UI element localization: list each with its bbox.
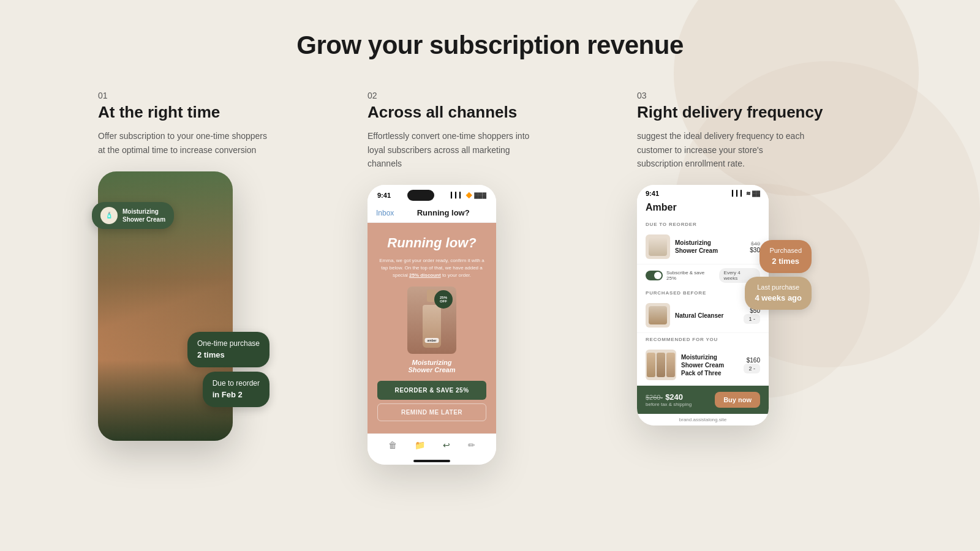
reorder-badge: Due to reorder in Feb 2 <box>203 372 270 407</box>
email-subject-title: Running low? <box>399 208 488 217</box>
user-name: Amber <box>646 202 760 213</box>
purchased-times-badge: Purchased 2 times <box>760 240 812 273</box>
purchased-count: 2 times <box>769 256 802 267</box>
subscribe-toggle[interactable] <box>646 271 663 280</box>
phone-2-status-bar: 9:41 ▎▎▎ 🔶 ▓▓▓ <box>368 185 496 203</box>
qty-stepper-3[interactable]: 2 - <box>744 364 760 373</box>
email-body-text: Emma, we got your order ready, confirm i… <box>377 257 486 279</box>
step-3-number: 03 <box>637 91 882 100</box>
reorder-line1: Due to reorder <box>213 379 260 388</box>
purchase-badge: One-time purchase 2 times <box>187 332 270 367</box>
wifi-icon-2: 🔶 <box>466 192 472 198</box>
email-body: Running low? Emma, we got your order rea… <box>368 223 496 433</box>
phone-3-container: Purchased 2 times Last purchase 4 weeks … <box>637 185 778 425</box>
battery-icon-3: ▓▓ <box>752 190 760 197</box>
product-thumb-3 <box>646 350 676 380</box>
email-headline: Running low? <box>377 235 486 251</box>
page-container: Grow your subscription revenue 01 At the… <box>0 0 980 483</box>
product-name-3: Moisturizing Shower Cream Pack of Three <box>681 353 739 377</box>
product-info-2: Natural Cleanser <box>675 312 739 320</box>
email-back-link[interactable]: Inbox <box>376 209 394 217</box>
product-row-3: Moisturizing Shower Cream Pack of Three … <box>637 345 769 386</box>
product-price-old-1: $40 <box>750 241 760 247</box>
product-name-1: Moisturizing Shower Cream <box>675 239 745 255</box>
section-reorder-label: DUE TO REORDER <box>637 218 769 230</box>
compose-icon[interactable]: ✏ <box>468 440 475 450</box>
phone-2: 9:41 ▎▎▎ 🔶 ▓▓▓ Inbox Running low? <box>368 185 496 465</box>
step-2-number: 02 <box>368 91 612 100</box>
signal-icon-3: ▎▎▎ <box>732 190 745 197</box>
main-title: Grow your subscription revenue <box>98 31 882 60</box>
columns-container: 01 At the right time Offer subscription … <box>98 91 882 465</box>
phone-notch-2 <box>407 190 434 201</box>
status-time-2: 9:41 <box>377 192 391 199</box>
bottle-label: amber <box>424 338 439 343</box>
column-1: 01 At the right time Offer subscription … <box>98 91 343 453</box>
total-price-old: $260- <box>646 394 663 401</box>
product-badge-1-text: Moisturizing Shower Cream <box>123 208 165 223</box>
purchased-label: Purchased <box>769 247 802 254</box>
reply-icon[interactable]: ↩ <box>443 440 450 450</box>
email-product-name: Moisturizing Shower Cream <box>377 359 486 373</box>
purchase-line1: One-time purchase <box>197 339 260 348</box>
total-price-area: $260- $240 before tax & shipping <box>646 392 692 407</box>
email-cta-button[interactable]: REORDER & SAVE 25% <box>377 381 486 400</box>
product-info-3: Moisturizing Shower Cream Pack of Three <box>681 353 739 377</box>
wifi-icon-3: ≋ <box>746 190 751 197</box>
product-thumb-2 <box>646 303 670 328</box>
step-3-title: Right delivery frequency <box>637 103 882 122</box>
product-row-1: Moisturizing Shower Cream $40 $30 <box>637 230 769 264</box>
total-price: $240 <box>665 392 683 402</box>
email-header: Inbox Running low? <box>368 203 496 223</box>
qty-stepper-2[interactable]: 1 - <box>744 314 760 324</box>
phone-2-container: 9:41 ▎▎▎ 🔶 ▓▓▓ Inbox Running low? <box>368 185 502 465</box>
discount-highlight: 25% discount <box>409 272 441 278</box>
last-purchase-badge: Last purchase 4 weeks ago <box>745 277 812 310</box>
subscribe-text: Subscribe & save 25% <box>666 270 715 281</box>
step-1-desc: Offer subscription to your one-time shop… <box>98 129 270 157</box>
product-price-area-3: $160 2 - <box>744 357 760 373</box>
product-thumb-1 <box>646 234 670 259</box>
status-icons-3: ▎▎▎ ≋ ▓▓ <box>732 190 760 197</box>
site-url: brand.assistalong.site <box>637 414 769 425</box>
section-recommended-label: RECOMMENDED FOR YOU <box>637 333 769 345</box>
product-badge-1: 🧴 Moisturizing Shower Cream <box>92 202 174 229</box>
phone-1-container: 🧴 Moisturizing Shower Cream One-time pur… <box>98 171 245 453</box>
column-2: 02 Across all channels Effortlessly conv… <box>368 91 612 465</box>
phone-3-status-bar: 9:41 ▎▎▎ ≋ ▓▓ <box>637 185 769 200</box>
buy-now-button[interactable]: Buy now <box>715 392 760 408</box>
email-remind-button[interactable]: REMIND ME LATER <box>377 403 486 421</box>
reorder-line2: in Feb 2 <box>213 390 243 399</box>
folder-icon[interactable]: 📁 <box>415 440 425 450</box>
email-product-image: 25% OFF amber <box>407 287 456 354</box>
status-icons-2: ▎▎▎ 🔶 ▓▓▓ <box>451 192 486 198</box>
last-purchase-time: 4 weeks ago <box>755 293 802 304</box>
status-time-3: 9:41 <box>646 190 659 197</box>
step-1-number: 01 <box>98 91 343 100</box>
product-price-1: $30 <box>750 247 760 253</box>
step-1-title: At the right time <box>98 103 343 122</box>
phone-home-indicator-2 <box>368 456 496 465</box>
total-price-display: $260- $240 <box>646 392 692 402</box>
product-info-1: Moisturizing Shower Cream <box>675 239 745 255</box>
total-row: $260- $240 before tax & shipping Buy now <box>637 386 769 414</box>
total-note: before tax & shipping <box>646 402 692 407</box>
step-2-desc: Effortlessly convert one-time shoppers i… <box>368 129 539 170</box>
app-header: Amber <box>637 200 769 218</box>
discount-bubble: 25% OFF <box>434 290 453 309</box>
trash-icon[interactable]: 🗑 <box>388 440 397 450</box>
signal-icon-2: ▎▎▎ <box>451 192 464 198</box>
battery-icon-2: ▓▓▓ <box>474 192 486 198</box>
step-3-desc: suggest the ideal delivery frequency to … <box>637 129 809 170</box>
column-3: 03 Right delivery frequency suggest the … <box>637 91 882 425</box>
email-footer: 🗑 📁 ↩ ✏ <box>368 433 496 456</box>
home-bar-2 <box>413 460 450 462</box>
product-price-area-1: $40 $30 <box>750 241 760 253</box>
step-2-title: Across all channels <box>368 103 612 122</box>
product-price-3: $160 <box>744 357 760 364</box>
product-name-2: Natural Cleanser <box>675 312 739 320</box>
purchase-line2: 2 times <box>197 350 225 359</box>
last-purchase-label: Last purchase <box>757 283 799 291</box>
product-icon-1: 🧴 <box>100 207 118 224</box>
